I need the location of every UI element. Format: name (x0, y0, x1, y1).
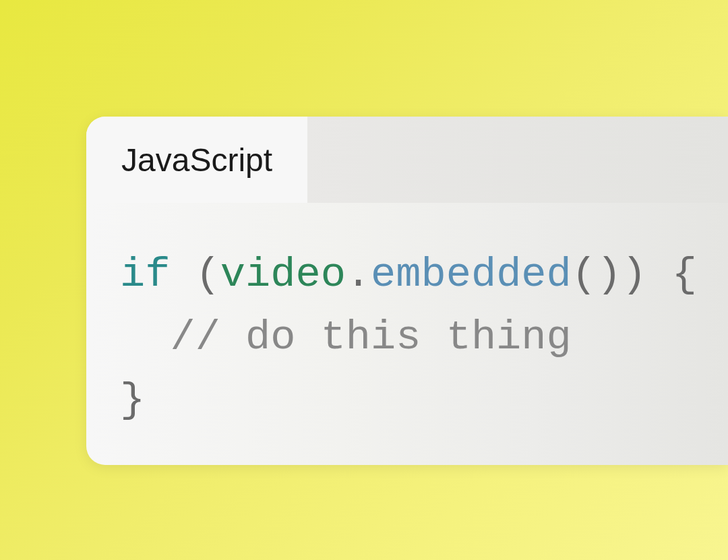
code-brace-close: } (120, 376, 145, 424)
code-paren-close: ) (621, 251, 646, 299)
code-space (170, 251, 195, 299)
code-block: if (video.embedded()) { // do this thing… (86, 203, 728, 465)
code-indent (120, 313, 170, 361)
code-keyword-if: if (120, 251, 170, 299)
code-dot: . (346, 251, 371, 299)
tab-bar-background (307, 117, 728, 203)
code-variable: video (220, 251, 346, 299)
language-label: JavaScript (121, 142, 272, 179)
code-call-parens: () (572, 251, 621, 299)
code-paren-open: ( (195, 251, 220, 299)
tab-bar: JavaScript (86, 117, 728, 203)
code-brace-open: { (672, 251, 697, 299)
code-space (646, 251, 671, 299)
code-comment: // do this thing (170, 313, 571, 361)
code-snippet-card: JavaScript if (video.embedded()) { // do… (86, 117, 728, 465)
code-method: embedded (371, 251, 572, 299)
language-tab[interactable]: JavaScript (86, 117, 307, 203)
